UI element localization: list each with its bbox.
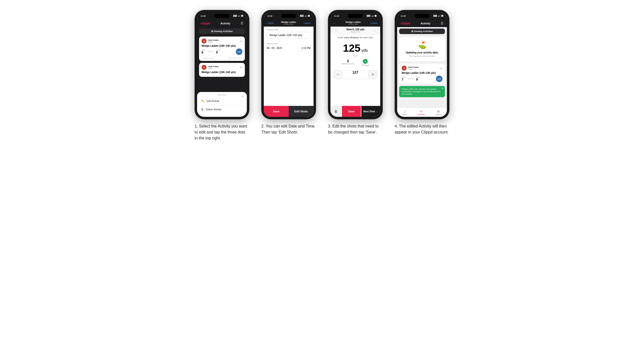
viewing-bar-text-4: ⊞ Viewing Activities <box>411 30 433 32</box>
status-time-3: 14:39 <box>334 15 339 17</box>
delete-shot-button[interactable]: 🗑 <box>330 106 342 117</box>
notch-pill-2 <box>281 14 296 18</box>
phone-1: 14:38 ▋▋▋ wifi ⬜ clippd Activity ☰ <box>194 10 249 119</box>
status-bar-1: 14:38 ▋▋▋ wifi ⬜ <box>197 12 247 19</box>
difference-value: 2 <box>342 59 354 63</box>
loading-area: ⛳ Updating your activity data. This may … <box>399 37 445 61</box>
status-icons-2: ▋▋▋ wifi ⬜ <box>300 15 310 17</box>
back-button-2[interactable]: < Back <box>267 22 274 24</box>
footer-left-1: ⊙ Test Information <box>202 57 214 59</box>
practice-title-label: Practice Title <box>267 29 310 31</box>
score-block-4: Score 7 <box>402 76 406 81</box>
time-input[interactable]: 1:13 PM <box>301 47 310 49</box>
p3-action-buttons: 🗑 Save Next Shot → <box>330 106 380 117</box>
cancel-button-3[interactable]: Cancel <box>370 22 377 24</box>
delete-activity-label: Delete Activity <box>206 108 222 111</box>
activities-icon: ♾ <box>420 109 423 113</box>
back-arrow-3[interactable]: ← <box>334 22 336 25</box>
three-dots-1[interactable]: ••• <box>240 40 242 42</box>
practice-title-input[interactable]: Wedge Ladder (100–140 yds) <box>267 32 310 38</box>
status-bar-2: 14:38 ▋▋▋ wifi ⬜ <box>264 12 314 19</box>
shot-metrics: 2 Difference (yds) ✓ Hit Target <box>330 57 380 68</box>
footer-right-1: Data: Clippd Capture <box>228 57 242 59</box>
stepper-minus-button[interactable]: − <box>334 70 342 79</box>
caption-3: 3. Edit the shots that need to be change… <box>328 123 383 135</box>
three-dots-4[interactable]: ••• <box>440 67 442 70</box>
phone-4-content: clippd Activity ☰ ⊞ Viewing Activities ⛳… <box>397 19 447 117</box>
distance-input[interactable]: 127 <box>342 70 368 79</box>
user-name-4: Josh Coles <box>408 66 419 68</box>
yds-unit: yds <box>362 48 368 52</box>
date-time-section: Date & Time <box>264 40 314 46</box>
card-title-1: Wedge Ladder (100–140 yds) <box>202 44 242 47</box>
avatar-4: JC <box>402 66 406 71</box>
practice-title-section: Practice Title Wedge Ladder (100–140 yds… <box>264 27 314 40</box>
user-date-2: Today <box>208 68 219 69</box>
card-header-4: JC Josh Coles Today ••• <box>402 66 442 71</box>
card-user-info-1: JC Josh Coles Today <box>202 38 219 43</box>
trash-icon: 🗑 <box>201 108 204 111</box>
home-label: Home <box>402 114 407 115</box>
battery-icon: ⬜ <box>241 15 243 17</box>
toast-close-button[interactable]: ✕ <box>442 87 444 90</box>
next-shot-button[interactable]: Next Shot → <box>361 106 380 117</box>
wifi-icon-4: wifi <box>438 15 440 17</box>
cancel-button-2[interactable]: Cancel <box>304 22 310 24</box>
card-title-4: Wedge Ladder (100–140 yds) <box>402 72 442 74</box>
status-time-1: 14:38 <box>200 15 206 17</box>
phone-4-wrapper: 14:38 ▋▋▋ wifi ⬜ clippd Activity ☰ <box>392 10 452 135</box>
next-shot-arrow[interactable]: → <box>373 29 376 32</box>
activity-card-2[interactable]: JC Josh Coles Today ••• Wedge Ladder (10… <box>199 63 245 77</box>
activity-card-4[interactable]: JC Josh Coles Today ••• Wedge Ladder (10… <box>399 64 445 84</box>
status-bar-4: 14:38 ▋▋▋ wifi ⬜ <box>397 12 447 19</box>
date-month: 03 <box>272 47 274 49</box>
home-icon: ⌂ <box>404 109 406 113</box>
p2-nav: < Back Wedge Ladder 06 Mar 2023 Cancel <box>264 19 314 27</box>
save-button-2[interactable]: Save <box>264 106 289 117</box>
carry-instruction: Enter carry distance for each shot <box>330 35 380 40</box>
date-input[interactable]: 06 / 03 / 2023 <box>267 47 282 49</box>
phone-2-content: < Back Wedge Ladder 06 Mar 2023 Cancel P… <box>264 19 314 117</box>
phone-2-screen: 14:38 ▋▋▋ wifi ⬜ < Back Wedge Ladder 06 … <box>264 12 314 117</box>
nav-home[interactable]: ⌂ Home <box>402 109 407 115</box>
phone-4-screen: 14:38 ▋▋▋ wifi ⬜ clippd Activity ☰ <box>397 12 447 117</box>
loading-subtitle: This may take a few moments. <box>408 55 436 57</box>
shot-info-bar: ← Shot 6, 125 yds Score 7/9 → <box>330 27 380 35</box>
nav-sub-2: 06 Mar 2023 <box>281 23 296 25</box>
phone-1-wrapper: 14:38 ▋▋▋ wifi ⬜ clippd Activity ☰ <box>192 10 252 141</box>
wifi-icon-3: wifi <box>371 15 374 17</box>
hit-target-block: ✓ Hit Target <box>362 59 369 66</box>
prev-shot-arrow[interactable]: ← <box>335 29 338 32</box>
date-time-row: 06 / 03 / 2023 1:13 PM <box>264 46 314 50</box>
date-time-label: Date & Time <box>267 42 310 45</box>
status-icons-1: ▋▋▋ wifi ⬜ <box>234 15 243 17</box>
yds-target-label: Target <box>330 55 380 57</box>
close-icon[interactable]: ✕ <box>242 94 244 98</box>
hamburger-menu-1[interactable]: ☰ <box>241 22 243 25</box>
notch-pill-1 <box>214 14 230 18</box>
clippd-logo-1: clippd <box>200 21 210 25</box>
card-footer-1: ⊙ Test Information Data: Clippd Capture <box>202 56 242 59</box>
delete-activity-item[interactable]: 🗑 Delete Activity <box>201 106 243 113</box>
phone-3-screen: 14:39 ▋▋▋ wifi ⬜ ← Wedge Ladder 06 Mar 2… <box>330 12 380 117</box>
activity-card-1[interactable]: JC Josh Coles Today ••• Wedge Ladder (10… <box>199 36 245 61</box>
p3-nav: ← Wedge Ladder 06 Mar 2023 Cancel <box>330 19 380 27</box>
card-user-info-4: JC Josh Coles Today <box>402 66 419 71</box>
save-button-3[interactable]: Save <box>342 106 361 117</box>
card-stats-4: Score 7 OUT OF Shots 9 118 <box>402 76 442 82</box>
edit-activity-item[interactable]: ✏️ Edit Activity <box>201 97 243 105</box>
viewing-bar-text-1: ⊞ Viewing Activities <box>211 30 233 32</box>
stepper-plus-button[interactable]: + <box>368 70 377 79</box>
p1-app-header: clippd Activity ☰ <box>197 19 247 27</box>
out-of-4: OUT OF <box>408 78 414 80</box>
hamburger-menu-4[interactable]: ☰ <box>441 22 444 25</box>
edit-activity-label: Edit Activity <box>206 100 219 102</box>
phone-1-screen: 14:38 ▋▋▋ wifi ⬜ clippd Activity ☰ <box>197 12 247 117</box>
nav-sub-3: 06 Mar 2023 <box>346 23 361 25</box>
three-dots-2[interactable]: ••• <box>240 66 242 69</box>
user-date-4: Today <box>408 68 419 70</box>
edit-shots-button[interactable]: Edit Shots <box>289 106 314 117</box>
nav-activities[interactable]: ♾ Activities <box>418 109 425 115</box>
phone-1-content: clippd Activity ☰ ⊞ Viewing Activities J… <box>197 19 247 117</box>
nav-capture[interactable]: ⊕ Capture <box>436 109 442 115</box>
